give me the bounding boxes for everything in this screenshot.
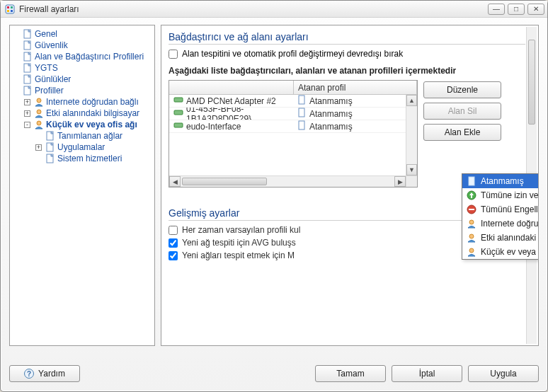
ok-button[interactable]: Tamam: [315, 365, 386, 382]
grid-col-profile[interactable]: Atanan profil: [294, 81, 417, 94]
expand-icon[interactable]: +: [35, 144, 42, 151]
section-heading-adapter: Bağdaştırıcı ve ağ alanı ayarları: [169, 31, 525, 45]
adapter-grid[interactable]: Atanan profil AMD PCNet Adapter #2 Atanm…: [169, 80, 418, 188]
svg-point-29: [469, 248, 474, 253]
adv-detect-new-checkbox[interactable]: [169, 251, 178, 260]
doc-icon: [297, 95, 307, 107]
tree-profile-direct[interactable]: +Internete doğrudan bağlı: [24, 96, 153, 108]
help-button[interactable]: ? Yardım: [9, 365, 80, 382]
svg-rect-1: [7, 6, 9, 8]
firewall-settings-window: Firewall ayarları — □ ✕ Genel Güvenlik A…: [0, 0, 548, 392]
adv-default-profile-label: Her zaman varsayılan profili kul: [182, 225, 300, 235]
close-button[interactable]: ✕: [527, 4, 544, 15]
disable-detection-checkbox[interactable]: [169, 50, 178, 59]
tree-item-logs[interactable]: Günlükler: [13, 74, 153, 85]
tree-item-security[interactable]: Güvenlik: [13, 40, 153, 51]
grid-scroll-horizontal[interactable]: ◀ ▶: [169, 175, 406, 187]
doc-icon: [297, 108, 307, 120]
doc-icon: [467, 176, 476, 186]
allow-icon: [467, 190, 476, 200]
profile-dropdown[interactable]: Atanmamış Tümüne izin ver Tümünü Engelle…: [462, 173, 539, 260]
dropdown-item-unassigned[interactable]: Atanmamış: [462, 174, 539, 188]
apply-button[interactable]: Uygula: [468, 365, 539, 382]
page-icon: [45, 154, 55, 163]
page-icon: [23, 74, 33, 84]
maximize-button[interactable]: □: [508, 4, 525, 15]
svg-point-27: [469, 220, 474, 224]
svg-rect-2: [11, 6, 13, 8]
adv-detect-new-label: Yeni ağları tespit etmek için M: [182, 250, 295, 260]
tree-child-system-services[interactable]: Sistem hizmetleri: [35, 153, 153, 164]
dropdown-item-domain[interactable]: Etki alanındaki bilgisayar: [462, 231, 539, 245]
nav-tree[interactable]: Genel Güvenlik Alan ve Bağdaştırıcı Prof…: [9, 25, 155, 346]
scroll-up-icon[interactable]: ▲: [406, 95, 417, 106]
app-icon: [5, 4, 15, 14]
dialog-footer: ? Yardım Tamam İptal Uygula: [1, 362, 547, 391]
window-title: Firewall ayarları: [19, 4, 488, 14]
user-icon: [34, 120, 44, 129]
disable-detection-label: Alan tespitini ve otomatik profil değişt…: [182, 49, 403, 59]
titlebar[interactable]: Firewall ayarları — □ ✕: [1, 1, 547, 18]
user-icon: [34, 108, 44, 118]
edit-button[interactable]: Düzenle: [423, 81, 501, 98]
tree-child-applications[interactable]: +Uygulamalar: [35, 142, 153, 153]
svg-rect-21: [174, 123, 183, 127]
help-icon: ?: [24, 369, 34, 379]
table-row[interactable]: AMD PCNet Adapter #2 Atanmamış: [169, 95, 406, 108]
dropdown-item-direct[interactable]: Internete doğrudan bağlı: [462, 217, 539, 231]
svg-point-13: [37, 121, 41, 125]
adapter-icon: [173, 95, 183, 107]
svg-rect-20: [299, 108, 304, 117]
svg-point-11: [37, 98, 41, 103]
adv-avg-heuristic-checkbox[interactable]: [169, 238, 178, 248]
tree-child-defined-networks[interactable]: Tanımlanan ağlar: [35, 130, 153, 142]
tree-item-adapter-profiles[interactable]: Alan ve Bağdaştırıcı Profilleri: [13, 51, 153, 62]
delete-area-button[interactable]: Alan Sil: [423, 103, 501, 120]
content-panel: Bağdaştırıcı ve ağ alanı ayarları Alan t…: [161, 25, 539, 346]
user-icon: [467, 219, 476, 229]
page-icon: [23, 86, 33, 96]
scroll-right-icon[interactable]: ▶: [394, 176, 406, 187]
add-area-button[interactable]: Alan Ekle: [423, 124, 501, 141]
user-icon: [467, 233, 476, 243]
adv-avg-heuristic-label: Yeni ağ tespiti için AVG buluşs: [182, 238, 296, 248]
tree-item-general[interactable]: Genel: [13, 28, 153, 40]
adapter-icon: [173, 120, 183, 132]
user-icon: [34, 97, 44, 107]
page-icon: [45, 142, 55, 152]
tree-profile-small-office[interactable]: -Küçük ev veya ofis ağı: [24, 119, 153, 130]
page-icon: [23, 63, 33, 73]
scroll-down-icon[interactable]: ▼: [406, 164, 417, 175]
adv-default-profile-checkbox[interactable]: [169, 226, 178, 235]
list-subheading: Aşağıdaki liste bağdaştırıcıları, alanla…: [169, 66, 525, 76]
svg-rect-4: [11, 10, 13, 12]
svg-rect-26: [469, 209, 474, 210]
svg-rect-17: [174, 98, 183, 102]
page-icon: [45, 131, 55, 141]
minimize-button[interactable]: —: [488, 4, 505, 15]
cancel-button[interactable]: İptal: [392, 365, 462, 382]
scroll-left-icon[interactable]: ◀: [169, 176, 181, 187]
grid-scroll-vertical[interactable]: ▲ ▼: [406, 95, 417, 175]
collapse-icon[interactable]: -: [24, 122, 30, 128]
grid-col-adapter[interactable]: [169, 81, 294, 94]
expand-icon[interactable]: +: [24, 110, 30, 117]
user-icon: [467, 247, 476, 257]
tree-item-ids[interactable]: YGTS: [13, 62, 153, 74]
svg-rect-0: [6, 5, 14, 13]
tree-profile-domain[interactable]: +Etki alanındaki bilgisayar: [24, 108, 153, 119]
expand-icon[interactable]: +: [24, 99, 30, 105]
table-row[interactable]: eudo-Interface Atanmamış: [169, 120, 406, 133]
svg-rect-3: [7, 10, 9, 12]
page-icon: [23, 52, 33, 62]
dropdown-item-allow-all[interactable]: Tümüne izin ver: [462, 188, 539, 202]
block-icon: [467, 204, 476, 214]
svg-rect-18: [299, 96, 304, 104]
tree-item-profiles[interactable]: Profiller: [13, 85, 153, 96]
dropdown-item-block-all[interactable]: Tümünü Engelle: [462, 202, 539, 217]
doc-icon: [297, 120, 307, 132]
adapter-icon: [173, 108, 183, 120]
table-row[interactable]: 01-453F-BF08-1B1A3D8D0E29} Atanmamış: [169, 108, 406, 120]
dropdown-item-small-office[interactable]: Küçük ev veya ofis ağı: [462, 245, 539, 259]
svg-rect-22: [299, 121, 304, 129]
